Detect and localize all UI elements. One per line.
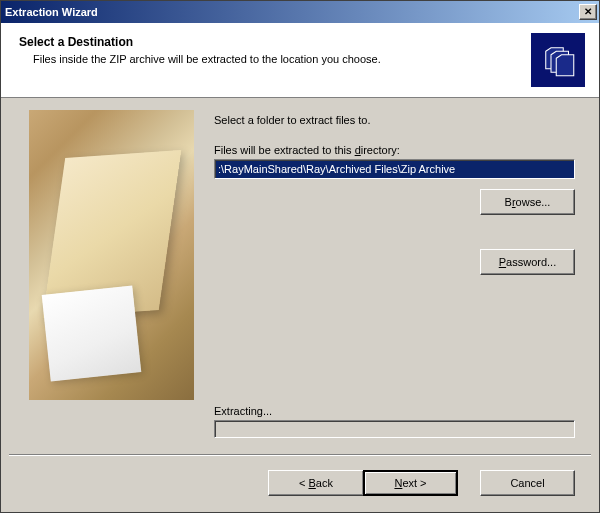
extracting-label: Extracting... bbox=[214, 405, 575, 417]
directory-input[interactable] bbox=[214, 159, 575, 179]
folders-icon bbox=[531, 33, 585, 87]
page-title: Select a Destination bbox=[19, 35, 531, 49]
close-button[interactable]: ✕ bbox=[579, 4, 597, 20]
wizard-header: Select a Destination Files inside the ZI… bbox=[1, 23, 599, 98]
instruction-text: Select a folder to extract files to. bbox=[214, 114, 575, 126]
password-button[interactable]: Password... bbox=[480, 249, 575, 275]
extraction-wizard-window: Extraction Wizard ✕ Select a Destination… bbox=[0, 0, 600, 513]
titlebar: Extraction Wizard ✕ bbox=[1, 1, 599, 23]
directory-label: Files will be extracted to this director… bbox=[214, 144, 575, 156]
close-icon: ✕ bbox=[584, 7, 592, 17]
wizard-footer: < Back Next > Cancel bbox=[1, 456, 599, 512]
cancel-button[interactable]: Cancel bbox=[480, 470, 575, 496]
form-area: Select a folder to extract files to. Fil… bbox=[214, 110, 575, 438]
page-description: Files inside the ZIP archive will be ext… bbox=[19, 52, 439, 67]
progress-bar bbox=[214, 420, 575, 438]
browse-button[interactable]: Browse... bbox=[480, 189, 575, 215]
decorative-folder-image bbox=[29, 110, 194, 400]
next-button[interactable]: Next > bbox=[363, 470, 458, 496]
wizard-body: Select a folder to extract files to. Fil… bbox=[1, 98, 599, 448]
window-title: Extraction Wizard bbox=[5, 6, 579, 18]
nav-button-group: < Back Next > bbox=[268, 470, 458, 496]
back-button[interactable]: < Back bbox=[268, 470, 363, 496]
header-text-block: Select a Destination Files inside the ZI… bbox=[19, 33, 531, 67]
